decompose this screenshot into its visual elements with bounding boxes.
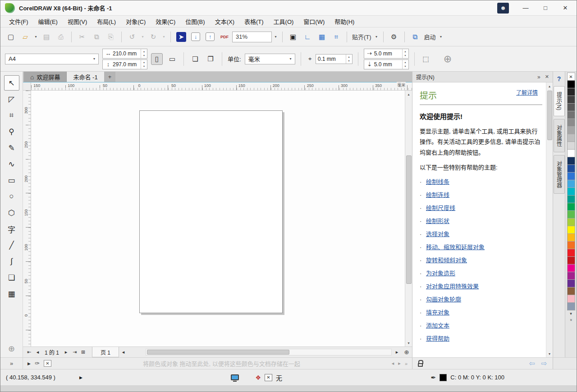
transparency-tool[interactable]: ▦ <box>4 286 19 301</box>
copy-icon[interactable]: ⧉ <box>90 30 103 44</box>
toolbox-overflow-button[interactable]: » <box>0 358 23 369</box>
drawing-canvas[interactable] <box>31 91 405 346</box>
color-swatch[interactable] <box>567 119 575 127</box>
launch-label[interactable]: 启动 <box>423 30 437 44</box>
scroll-right-icon[interactable]: ▸ <box>398 360 401 366</box>
show-guidelines-icon[interactable]: ⌗ <box>330 30 343 44</box>
zoom-fit-button[interactable]: ⊕ <box>401 349 412 356</box>
expander-icon[interactable]: ▶ <box>27 361 31 366</box>
minimize-button[interactable]: — <box>516 2 535 14</box>
topic-link[interactable]: 绘制尺度线 <box>426 205 455 211</box>
no-color-swatch[interactable]: ✕ <box>567 73 575 81</box>
last-page-button[interactable]: ⇥ <box>70 349 79 355</box>
scroll-up-icon[interactable]: ▴ <box>405 91 412 98</box>
first-page-button[interactable]: ⇤ <box>25 349 33 355</box>
drop-shadow-tool[interactable]: ❏ <box>4 270 19 285</box>
color-swatch[interactable] <box>567 272 575 280</box>
publish-pdf-icon[interactable]: PDF <box>218 30 231 44</box>
docker-scroll-thumb[interactable] <box>547 91 552 140</box>
color-swatch[interactable] <box>567 287 575 295</box>
color-swatch[interactable] <box>567 187 575 196</box>
color-swatch[interactable] <box>567 134 575 142</box>
save-icon[interactable]: ▤ <box>40 30 53 44</box>
duplicate-y-stepper[interactable]: ▴▾ <box>402 60 408 69</box>
zoom-level-combo[interactable]: 31% <box>232 32 272 42</box>
new-document-tab-button[interactable]: + <box>104 72 116 82</box>
no-color-well[interactable]: ✕ <box>44 360 51 367</box>
maximize-button[interactable]: □ <box>536 2 555 14</box>
color-swatch[interactable] <box>567 141 575 150</box>
color-swatch[interactable] <box>567 103 575 111</box>
forward-icon[interactable]: ⇨ <box>541 359 547 368</box>
show-grid-icon[interactable]: ▦ <box>315 30 329 44</box>
landscape-button[interactable]: ▭ <box>166 53 178 65</box>
launch-caret[interactable]: ▾ <box>438 30 444 44</box>
color-swatch[interactable] <box>567 249 575 257</box>
color-swatch[interactable] <box>567 241 575 249</box>
color-swatch[interactable] <box>567 226 575 234</box>
color-swatch[interactable] <box>567 264 575 272</box>
page-width-field[interactable]: ↔ 210.0 mm ▴▾ <box>102 49 147 59</box>
topic-link[interactable]: 为对象造形 <box>426 270 455 277</box>
zoom-tool[interactable]: ⚲ <box>4 124 19 139</box>
duplicate-distance-x-field[interactable]: ⇢ 5.0 mm ▴▾ <box>364 49 409 59</box>
account-icon[interactable]: ☻ <box>497 3 509 14</box>
scroll-down-icon[interactable]: ▾ <box>405 339 412 346</box>
cut-icon[interactable]: ✂ <box>75 30 89 44</box>
topic-link[interactable]: 绘制连线 <box>426 191 449 198</box>
open-dropdown-caret[interactable]: ▾ <box>33 30 39 44</box>
menu-item[interactable]: 文件(F) <box>4 15 33 27</box>
export-icon[interactable]: ↑ <box>203 30 217 44</box>
horizontal-scrollbar[interactable] <box>146 349 392 356</box>
menu-item[interactable]: 位图(B) <box>180 15 210 27</box>
color-swatch[interactable] <box>567 111 575 119</box>
previous-page-button[interactable]: ◂ <box>33 349 42 355</box>
treat-as-filled-button[interactable]: ⬚ <box>420 53 432 65</box>
vertical-scrollbar[interactable]: ▴ ▾ <box>405 91 412 346</box>
show-rulers-icon[interactable]: ∟ <box>301 30 314 44</box>
add-tools-button[interactable]: ⊕ <box>8 344 15 354</box>
vertical-scroll-track[interactable] <box>405 98 412 339</box>
vertical-scroll-thumb[interactable] <box>406 155 412 284</box>
docker-menu-icon[interactable]: » <box>537 74 540 80</box>
duplicate-x-stepper[interactable]: ▴▾ <box>402 49 408 58</box>
horizontal-scroll-thumb[interactable] <box>147 350 289 355</box>
polygon-tool[interactable]: ⬡ <box>4 205 19 220</box>
text-tool[interactable]: 字 <box>4 221 19 237</box>
rectangle-tool[interactable]: ▭ <box>4 173 19 188</box>
tab-document[interactable]: 未命名 -1 <box>67 72 104 82</box>
topic-link[interactable]: 获得帮助 <box>426 335 449 342</box>
pick-tool[interactable]: ↖ <box>4 75 19 91</box>
nudge-stepper[interactable]: ▴▾ <box>346 55 352 64</box>
units-combo[interactable]: 毫米 ▾ <box>245 54 295 64</box>
scroll-up-icon[interactable]: ▴ <box>546 82 553 90</box>
undo-dropdown-caret[interactable]: ▾ <box>140 30 146 44</box>
next-page-button[interactable]: ▸ <box>62 349 70 355</box>
current-page-button[interactable]: ❐ <box>205 53 216 65</box>
redo-dropdown-caret[interactable]: ▾ <box>161 30 167 44</box>
color-swatch[interactable] <box>567 210 575 219</box>
side-tab-hints[interactable]: 提示(N) <box>554 86 565 116</box>
hscroll-right-icon[interactable]: ▸ <box>393 349 401 355</box>
color-proof-icon[interactable] <box>231 374 239 380</box>
search-content-icon[interactable]: ➤ <box>174 30 188 44</box>
scroll-left-icon[interactable]: ◂ <box>392 360 394 366</box>
menu-item[interactable]: 帮助(H) <box>330 15 359 27</box>
outline-color-swatch[interactable] <box>440 374 447 381</box>
learn-more-link[interactable]: 了解详情 <box>516 89 542 97</box>
undo-icon[interactable]: ↺ <box>125 30 139 44</box>
vertical-ruler[interactable]: 300250200150100500 <box>23 91 31 346</box>
page-tab[interactable]: 页 1 <box>92 347 119 357</box>
hscroll-left-icon[interactable]: ◂ <box>119 349 128 355</box>
color-swatch[interactable] <box>567 80 575 88</box>
eyedropper-icon[interactable]: ✑ <box>35 360 40 367</box>
topic-link[interactable]: 旋转和倾斜对象 <box>426 257 467 264</box>
print-icon[interactable]: ⎙ <box>54 30 68 44</box>
lock-icon[interactable] <box>418 363 423 367</box>
topic-link[interactable]: 添加文本 <box>426 322 449 329</box>
redo-icon[interactable]: ↻ <box>147 30 160 44</box>
docker-scrollbar[interactable]: ▴ ▾ <box>546 82 553 357</box>
color-swatch[interactable] <box>567 279 575 287</box>
freehand-tool[interactable]: ✎ <box>4 140 19 155</box>
snap-label[interactable]: 贴齐(T) <box>351 30 373 44</box>
